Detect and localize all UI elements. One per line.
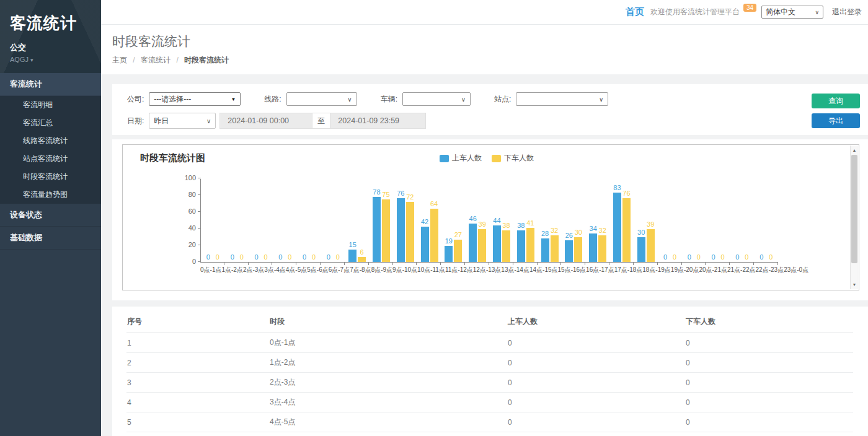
bar-value-label: 42 (421, 219, 428, 225)
bar-column: 0 (228, 179, 236, 262)
scroll-down-icon[interactable]: ▼ (851, 281, 858, 289)
app-logo: 客流统计 (10, 12, 91, 34)
x-axis-tick (730, 263, 754, 265)
bar (421, 227, 429, 262)
chart-scrollbar[interactable]: ▲ ▼ (850, 146, 858, 289)
export-button[interactable]: 导出 (812, 113, 860, 128)
x-axis-tick (585, 263, 609, 265)
breadcrumb-section[interactable]: 客流统计 (141, 56, 170, 64)
bar-group-3点-4点: 00 (273, 179, 297, 262)
table-panel: 序号时段上车人数下车人数 10点-1点0021点-2点0032点-3点0043点… (112, 307, 868, 436)
y-axis-tick-label: 40 (179, 224, 196, 232)
home-link[interactable]: 首页 (626, 6, 644, 18)
query-button[interactable]: 查询 (812, 94, 860, 108)
x-axis-tick (513, 263, 538, 265)
x-axis-tick-label: 20点-21点 (699, 266, 727, 274)
sidebar-item-站点客流统计[interactable]: 站点客流统计 (0, 150, 101, 168)
bar-column: 0 (694, 179, 702, 262)
bar-value-label: 0 (216, 254, 219, 261)
breadcrumb-separator: / (133, 56, 135, 64)
sidebar-item-基础数据[interactable]: 基础数据 (0, 227, 101, 250)
bar-value-label: 0 (240, 254, 244, 261)
station-label: 站点: (494, 94, 511, 105)
breadcrumb: 主页 / 客流统计 / 时段客流统计 (112, 55, 868, 66)
y-axis-tick-label: 60 (179, 207, 196, 215)
vehicle-select[interactable]: ∨ (402, 92, 471, 106)
bar-value-label: 64 (430, 201, 438, 207)
bar-column: 39 (478, 179, 486, 262)
company-select[interactable]: ---请选择---▼ (149, 92, 241, 106)
sidebar-item-客流统计[interactable]: 客流统计 (0, 73, 101, 96)
bar-value-label: 41 (526, 220, 534, 227)
bar-column: 78 (373, 179, 381, 262)
sidebar-item-客流汇总[interactable]: 客流汇总 (0, 114, 101, 132)
bar-column: 0 (685, 179, 693, 262)
table-cell: 0 (507, 393, 685, 412)
station-select[interactable]: ∨ (516, 92, 608, 106)
table-header-序号: 序号 (126, 312, 269, 333)
date-to-input[interactable]: 2024-01-09 23:59 (330, 113, 426, 129)
logout-link[interactable]: 退出登录 (832, 7, 862, 17)
date-from-input[interactable]: 2024-01-09 00:00 (219, 113, 312, 129)
bar-value-label: 44 (493, 217, 500, 224)
bar-column: 15 (348, 179, 356, 262)
y-axis-tick-label: 20 (179, 241, 196, 248)
bar-column: 46 (469, 179, 477, 262)
sidebar-item-客流明细[interactable]: 客流明细 (0, 96, 101, 114)
legend-item-下车人数[interactable]: 下车人数 (492, 153, 534, 164)
bar-column: 0 (733, 179, 742, 262)
bar-value-label: 46 (469, 216, 477, 222)
scrollbar-thumb[interactable] (851, 155, 857, 263)
bar-value-label: 0 (231, 254, 234, 261)
table-cell: 2 (126, 353, 269, 373)
language-select[interactable]: 简体中文∨ (761, 6, 823, 19)
scroll-up-icon[interactable]: ▲ (851, 146, 858, 154)
filter-panel: 公司: ---请选择---▼ 线路: ∨ 车辆: ∨ 站点: ∨ 日期: 昨日∨… (112, 84, 868, 135)
table-row: 43点-4点00 (126, 393, 853, 412)
bar-group-19点-20点: 00 (658, 179, 682, 262)
line-select[interactable]: ∨ (286, 92, 357, 106)
x-axis-tick-label: 2点-3点 (243, 266, 264, 274)
page-title: 时段客流统计 (112, 33, 868, 50)
x-axis-tick-label: 12点-13点 (473, 266, 502, 274)
sidebar-item-线路客流统计[interactable]: 线路客流统计 (0, 132, 101, 150)
bar-column: 28 (541, 179, 549, 262)
legend-label: 下车人数 (504, 153, 534, 164)
bar (565, 240, 573, 262)
x-axis-tick (754, 263, 778, 265)
vehicle-label: 车辆: (381, 94, 397, 105)
bar-value-label: 83 (613, 185, 621, 191)
bar-column: 0 (204, 179, 212, 262)
breadcrumb-home[interactable]: 主页 (112, 56, 127, 64)
legend-item-上车人数[interactable]: 上车人数 (440, 153, 482, 164)
table-cell: 0点-1点 (269, 333, 507, 353)
x-axis-tick (249, 263, 273, 265)
x-axis-tick (321, 263, 345, 265)
table-cell: 6 (126, 432, 269, 436)
y-axis-tick-label: 0 (179, 258, 196, 265)
bar-group-20点-21点: 00 (682, 179, 706, 262)
table-cell: 0 (507, 432, 685, 436)
org-name: 公交 (10, 42, 91, 53)
sidebar-item-设备状态[interactable]: 设备状态 (0, 204, 101, 227)
bar (526, 228, 534, 262)
y-axis-tick (198, 261, 201, 262)
notification-badge[interactable]: 34 (743, 4, 756, 12)
chevron-down-icon: ∨ (599, 96, 603, 103)
bar (517, 230, 525, 262)
bar-group-16点-17点: 3432 (586, 179, 610, 262)
y-axis-tick (198, 245, 201, 245)
date-preset-select[interactable]: 昨日∨ (149, 113, 216, 129)
table-cell: 5点-6点 (269, 432, 507, 436)
bar-group-14点-15点: 2832 (538, 179, 562, 262)
table-cell: 4点-5点 (269, 412, 507, 432)
sidebar-item-客流量趋势图[interactable]: 客流量趋势图 (0, 186, 101, 204)
table-cell: 0 (685, 393, 853, 412)
sidebar-item-时段客流统计[interactable]: 时段客流统计 (0, 168, 101, 186)
bar-column: 0 (237, 179, 246, 262)
legend-swatch-icon (440, 155, 449, 162)
bar-value-label: 6 (360, 249, 364, 256)
org-code-dropdown[interactable]: AQGJ▾ (10, 56, 91, 63)
company-label: 公司: (127, 94, 144, 105)
bar-column: 0 (758, 179, 766, 262)
